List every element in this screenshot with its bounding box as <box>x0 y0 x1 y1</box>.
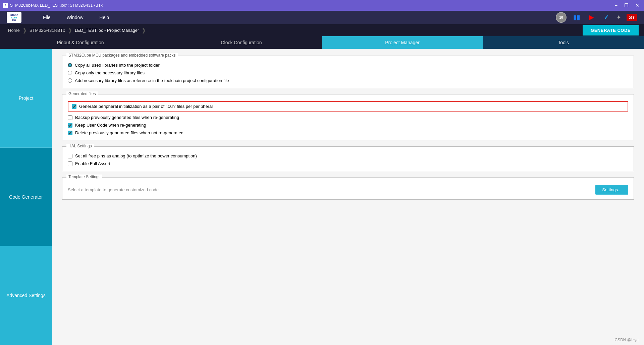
close-button[interactable]: ✕ <box>633 2 641 9</box>
highlighted-option: Generate peripheral initialization as a … <box>68 101 628 112</box>
breadcrumb-project: LED_TEST.ioc - Project Manager <box>72 28 142 33</box>
sidebar-item-advanced-settings[interactable]: Advanced Settings <box>0 246 52 345</box>
radio-copy-necessary-input[interactable] <box>68 71 72 75</box>
checkbox-set-analog[interactable]: Set all free pins as analog (to optimize… <box>68 153 628 158</box>
tab-bar: Pinout & Configuration Clock Configurati… <box>0 36 644 49</box>
radio-copy-all[interactable]: Copy all used libraries into the project… <box>68 63 628 68</box>
watermark: CSDN @Izya <box>614 338 639 342</box>
mcu-packages-legend: STM32Cube MCU packages and embedded soft… <box>66 53 178 58</box>
breadcrumb-sep-3: ❱ <box>142 27 146 33</box>
checkbox-gen-peripheral[interactable]: Generate peripheral initialization as a … <box>72 104 213 109</box>
app-logo: STM32 Cube MX <box>7 12 21 23</box>
radio-add-reference[interactable]: Add necessary library files as reference… <box>68 78 628 83</box>
breadcrumb-sep-2: ❱ <box>68 27 72 33</box>
generated-files-section: Generated files Generate peripheral init… <box>62 94 634 140</box>
tab-project-manager[interactable]: Project Manager <box>322 36 483 49</box>
youtube-icon[interactable]: ▶ <box>587 13 596 22</box>
radio-add-reference-input[interactable] <box>68 78 72 83</box>
radio-copy-necessary[interactable]: Copy only the necessary library files <box>68 70 628 75</box>
hal-settings-section: HAL Settings Set all free pins as analog… <box>62 146 634 171</box>
window-menu[interactable]: Window <box>59 12 92 23</box>
hal-settings-options: Set all free pins as analog (to optimize… <box>68 153 628 166</box>
st-logo: ST <box>627 14 637 21</box>
template-row: Select a template to generate customized… <box>68 185 628 195</box>
template-settings-legend: Template Settings <box>66 175 102 179</box>
hal-settings-legend: HAL Settings <box>66 144 94 148</box>
checkbox-backup-files[interactable]: Backup previously generated files when r… <box>68 115 628 120</box>
facebook-icon[interactable]: ▮▮ <box>572 13 581 22</box>
checkbox-enable-assert-input[interactable] <box>68 161 72 166</box>
menu-bar: STM32 Cube MX File Window Help 10 ▮▮ ▶ ✓… <box>0 11 644 24</box>
checkbox-backup-files-input[interactable] <box>68 115 72 120</box>
generate-code-button[interactable]: GENERATE CODE <box>583 25 639 36</box>
minimize-button[interactable]: − <box>613 2 620 9</box>
tab-tools[interactable]: Tools <box>483 36 644 49</box>
restore-button[interactable]: ❐ <box>622 2 631 9</box>
checkbox-enable-assert[interactable]: Enable Full Assert <box>68 161 628 166</box>
template-settings-button[interactable]: Settings... <box>595 185 628 195</box>
generated-files-options: Generate peripheral initialization as a … <box>68 101 628 135</box>
checkbox-keep-user-code[interactable]: Keep User Code when re-generating <box>68 123 628 128</box>
breadcrumb-bar: Home ❱ STM32G431RBTx ❱ LED_TEST.ioc - Pr… <box>0 24 644 36</box>
tab-clock[interactable]: Clock Configuration <box>161 36 322 49</box>
content-area: STM32Cube MCU packages and embedded soft… <box>52 49 644 345</box>
version-badge: 10 <box>556 12 567 23</box>
checkbox-keep-user-code-input[interactable] <box>68 123 72 128</box>
radio-copy-all-input[interactable] <box>68 63 72 67</box>
help-menu[interactable]: Help <box>91 12 117 23</box>
breadcrumb-home[interactable]: Home <box>5 28 22 33</box>
twitter-icon[interactable]: ✓ <box>601 13 611 22</box>
mcu-packages-section: STM32Cube MCU packages and embedded soft… <box>62 56 634 88</box>
sidebar-item-code-generator[interactable]: Code Generator <box>0 148 52 247</box>
window-controls[interactable]: − ❐ ✕ <box>613 2 641 9</box>
file-menu[interactable]: File <box>35 12 59 23</box>
sidebar-item-project[interactable]: Project <box>0 49 52 148</box>
sidebar: Project Code Generator Advanced Settings <box>0 49 52 345</box>
network-icon: ✦ <box>616 14 621 21</box>
checkbox-delete-prev[interactable]: Delete previously generated files when n… <box>68 130 628 135</box>
breadcrumb-chip[interactable]: STM32G431RBTx <box>27 28 68 33</box>
template-settings-section: Template Settings Select a template to g… <box>62 177 634 200</box>
breadcrumb-sep-1: ❱ <box>22 27 27 33</box>
tab-pinout[interactable]: Pinout & Configuration <box>0 36 161 49</box>
social-links: 10 ▮▮ ▶ ✓ ✦ ST <box>556 12 637 23</box>
generated-files-legend: Generated files <box>66 91 98 96</box>
mcu-packages-options: Copy all used libraries into the project… <box>68 63 628 83</box>
title-text: STM32CubeMX LED_TEST.ioc*: STM32G431RBTx <box>10 3 103 8</box>
main-content: Project Code Generator Advanced Settings… <box>0 49 644 345</box>
checkbox-set-analog-input[interactable] <box>68 154 72 158</box>
checkbox-gen-peripheral-input[interactable] <box>72 104 76 109</box>
checkbox-delete-prev-input[interactable] <box>68 131 72 135</box>
title-bar: S STM32CubeMX LED_TEST.ioc*: STM32G431RB… <box>0 0 644 11</box>
template-placeholder: Select a template to generate customized… <box>68 187 159 192</box>
app-icon: S <box>3 3 8 8</box>
